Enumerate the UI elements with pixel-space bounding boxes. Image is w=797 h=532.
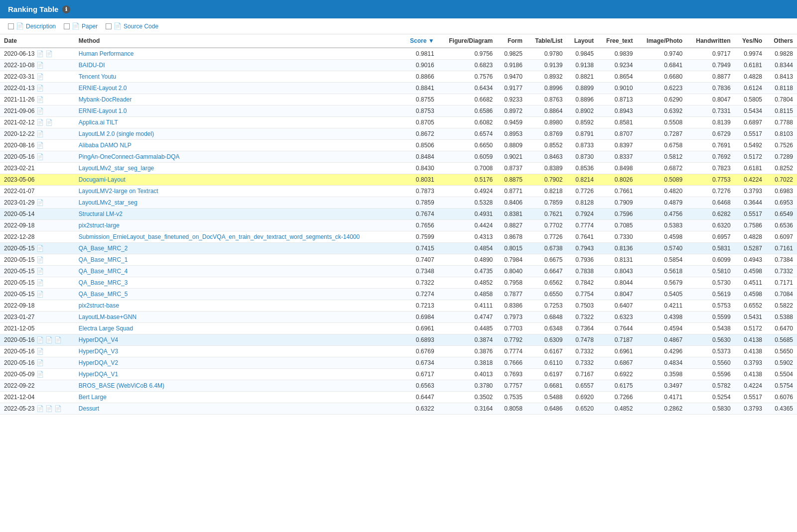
table-row: 2020-05-15 📄QA_Base_MRC_30.73220.48520.7… — [0, 277, 797, 289]
cell-method[interactable]: ERNIE-Layout 2.0 — [75, 83, 402, 94]
cell-free-text: 0.8943 — [598, 106, 637, 117]
cell-free-text: 0.8713 — [598, 94, 637, 106]
cell-layout: 0.8821 — [566, 71, 598, 83]
cell-method[interactable]: LayoutLMv2_star_seg_large — [75, 163, 402, 174]
cell-figure-diagram: 0.6059 — [438, 151, 497, 163]
cell-image-photo: 0.5089 — [637, 174, 686, 186]
cell-method[interactable]: Mybank-DocReader — [75, 94, 402, 106]
cell-image-photo: 0.4398 — [637, 312, 686, 323]
cell-method[interactable]: LayoutLM 2.0 (single model) — [75, 128, 402, 140]
cell-yes-no: 0.6124 — [735, 83, 766, 94]
page-wrapper: Ranking Table ℹ 📄 Description 📄 Paper 📄 … — [0, 0, 797, 415]
cell-layout: 0.7774 — [566, 220, 598, 231]
cell-layout: 0.8896 — [566, 94, 598, 106]
cell-method[interactable]: HyperDQA_V2 — [75, 357, 402, 369]
cell-method[interactable]: Bert Large — [75, 392, 402, 403]
cell-score: 0.7274 — [402, 289, 438, 300]
cell-date: 2020-05-15 📄 — [0, 277, 75, 289]
cell-method[interactable]: Alibaba DAMO NLP — [75, 140, 402, 151]
cell-others: 0.7289 — [766, 151, 797, 163]
table-row: 2023-01-27LayoutLM-base+GNN0.69840.47470… — [0, 312, 797, 323]
cell-method[interactable]: pix2struct-large — [75, 220, 402, 231]
cell-date: 2020-05-16 📄 — [0, 357, 75, 369]
cell-layout: 0.7842 — [566, 277, 598, 289]
cell-method[interactable]: LayoutLM-base+GNN — [75, 312, 402, 323]
col-form: Form — [497, 34, 527, 48]
cell-score: 0.6734 — [402, 357, 438, 369]
cell-free-text: 0.7596 — [598, 209, 637, 220]
cell-free-text: 0.4852 — [598, 403, 637, 415]
cell-handwritten: 0.5596 — [686, 369, 735, 380]
cell-figure-diagram: 0.4111 — [438, 300, 497, 312]
cell-method[interactable]: QA_Base_MRC_4 — [75, 266, 402, 277]
cell-image-photo: 0.4211 — [637, 300, 686, 312]
toolbar-paper[interactable]: 📄 Paper — [64, 22, 98, 30]
col-figure-diagram: Figure/Diagram — [438, 34, 497, 48]
cell-form: 0.7757 — [497, 380, 527, 392]
cell-free-text: 0.7085 — [598, 220, 637, 231]
cell-method[interactable]: Submission_ErnieLayout_base_finetuned_on… — [75, 231, 402, 243]
cell-yes-no: 0.4598 — [735, 266, 766, 277]
cell-figure-diagram: 0.6823 — [438, 60, 497, 71]
cell-handwritten: 0.7823 — [686, 163, 735, 174]
cell-method[interactable]: BROS_BASE (WebViCoB 6.4M) — [75, 380, 402, 392]
description-icon: 📄 — [16, 22, 24, 30]
cell-yes-no: 0.6181 — [735, 163, 766, 174]
cell-method[interactable]: QA_Base_MRC_2 — [75, 243, 402, 254]
cell-method[interactable]: QA_Base_MRC_1 — [75, 254, 402, 266]
cell-method[interactable]: Electra Large Squad — [75, 323, 402, 334]
cell-method[interactable]: QA_Base_MRC_5 — [75, 289, 402, 300]
info-icon[interactable]: ℹ — [62, 5, 70, 13]
cell-method[interactable]: LayoutLMV2-large on Textract — [75, 186, 402, 197]
toolbar-source-code[interactable]: 📄 Source Code — [106, 22, 158, 30]
cell-method[interactable]: Tencent Youtu — [75, 71, 402, 83]
cell-free-text: 0.6175 — [598, 380, 637, 392]
cell-method[interactable]: pix2struct-base — [75, 300, 402, 312]
cell-method[interactable]: Human Performance — [75, 48, 402, 60]
cell-method[interactable]: Structural LM-v2 — [75, 209, 402, 220]
cell-figure-diagram: 0.4735 — [438, 266, 497, 277]
cell-figure-diagram: 0.4890 — [438, 254, 497, 266]
cell-image-photo: 0.5740 — [637, 243, 686, 254]
cell-image-photo: 0.3497 — [637, 380, 686, 392]
cell-method[interactable]: LayoutLMv2_star_seg — [75, 197, 402, 209]
cell-free-text: 0.8047 — [598, 289, 637, 300]
cell-layout: 0.6920 — [566, 392, 598, 403]
table-row: 2021-11-26 📄Mybank-DocReader0.87550.6682… — [0, 94, 797, 106]
cell-method[interactable]: HyperDQA_V3 — [75, 346, 402, 357]
cell-image-photo: 0.5405 — [637, 289, 686, 300]
cell-figure-diagram: 0.4485 — [438, 323, 497, 334]
toolbar-description[interactable]: 📄 Description — [8, 22, 56, 30]
cell-layout: 0.9138 — [566, 60, 598, 71]
cell-form: 0.9470 — [497, 71, 527, 83]
cell-method[interactable]: BAIDU-DI — [75, 60, 402, 71]
cell-method[interactable]: QA_Base_MRC_3 — [75, 277, 402, 289]
cell-method[interactable]: HyperDQA_V4 — [75, 334, 402, 346]
cell-score: 0.7599 — [402, 231, 438, 243]
cell-score: 0.8484 — [402, 151, 438, 163]
cell-image-photo: 0.5854 — [637, 254, 686, 266]
cell-free-text: 0.7330 — [598, 231, 637, 243]
cell-figure-diagram: 0.3874 — [438, 334, 497, 346]
cell-method[interactable]: PingAn-OneConnect-Gammalab-DQA — [75, 151, 402, 163]
cell-date: 2021-12-05 — [0, 323, 75, 334]
paper-checkbox[interactable] — [64, 23, 70, 29]
cell-method[interactable]: ERNIE-Layout 1.0 — [75, 106, 402, 117]
cell-method[interactable]: Applica.ai TILT — [75, 117, 402, 128]
cell-table-list: 0.6348 — [527, 323, 566, 334]
cell-image-photo: 0.2862 — [637, 403, 686, 415]
cell-method[interactable]: HyperDQA_V1 — [75, 369, 402, 380]
cell-image-photo: 0.4296 — [637, 346, 686, 357]
description-checkbox[interactable] — [8, 23, 14, 29]
cell-free-text: 0.8136 — [598, 243, 637, 254]
cell-table-list: 0.7859 — [527, 197, 566, 209]
cell-score: 0.6563 — [402, 380, 438, 392]
cell-method[interactable]: Dessurt — [75, 403, 402, 415]
cell-others: 0.7161 — [766, 243, 797, 254]
cell-score: 0.6893 — [402, 334, 438, 346]
cell-others: 0.5650 — [766, 346, 797, 357]
col-score[interactable]: Score ▼ — [402, 34, 438, 48]
cell-form: 0.7984 — [497, 254, 527, 266]
cell-method[interactable]: Docugami-Layout — [75, 174, 402, 186]
source-code-checkbox[interactable] — [106, 23, 112, 29]
